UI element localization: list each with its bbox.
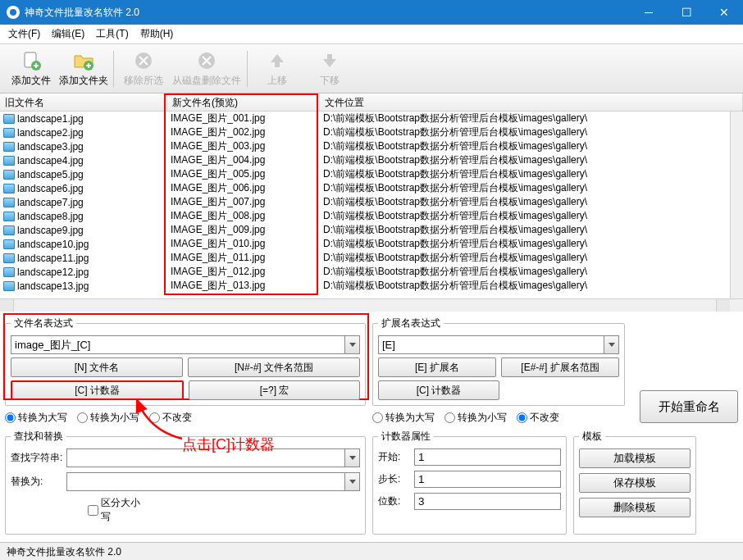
- add-folder-button[interactable]: 添加文件夹: [57, 46, 110, 92]
- menu-edit[interactable]: 编辑(E): [47, 25, 89, 43]
- ext-expr-legend: 扩展名表达式: [378, 316, 444, 330]
- remove-selected-button[interactable]: 移除所选: [117, 46, 170, 92]
- menu-tool[interactable]: 工具(T): [91, 25, 133, 43]
- search-input[interactable]: [66, 448, 345, 467]
- table-row[interactable]: landscape4.jpgIMAGE_图片_004.jpgD:\前端模板\Bo…: [0, 153, 743, 167]
- svg-point-0: [10, 9, 16, 16]
- counter-props-group: 计数器属性 开始: 步长: 位数:: [372, 430, 567, 535]
- ext-expr-group: 扩展名表达式 [E] 扩展名 [E#-#] 扩展名范围 [C] 计数器: [372, 316, 625, 406]
- table-row[interactable]: landscape9.jpgIMAGE_图片_009.jpgD:\前端模板\Bo…: [0, 223, 743, 237]
- btn-n-filename[interactable]: [N] 文件名: [11, 357, 183, 377]
- ext-expr-input[interactable]: [378, 335, 604, 354]
- table-row[interactable]: landscape3.jpgIMAGE_图片_003.jpgD:\前端模板\Bo…: [0, 139, 743, 153]
- filename-expr-combo[interactable]: [11, 335, 360, 354]
- menu-help[interactable]: 帮助(H): [135, 25, 179, 43]
- counter-step-input[interactable]: [414, 471, 561, 488]
- minimize-button[interactable]: ─: [630, 0, 668, 25]
- app-icon: [7, 6, 20, 19]
- table-row[interactable]: landscape11.jpgIMAGE_图片_011.jpgD:\前端模板\B…: [0, 251, 743, 265]
- find-replace-group: 查找和替换 查找字符串: 替换为: 区分大小写: [5, 430, 366, 535]
- btn-c-counter-ext[interactable]: [C] 计数器: [378, 380, 499, 400]
- close-button[interactable]: ✕: [705, 0, 743, 25]
- menu-file[interactable]: 文件(F): [3, 25, 45, 43]
- search-combo[interactable]: [66, 448, 360, 467]
- btn-c-counter[interactable]: [C] 计数器: [11, 380, 184, 400]
- image-file-icon: [3, 156, 15, 166]
- case-radio-group-right: 转换为大写 转换为小写 不改变: [372, 411, 625, 425]
- delete-icon: [195, 49, 218, 72]
- table-row[interactable]: landscape6.jpgIMAGE_图片_006.jpgD:\前端模板\Bo…: [0, 181, 743, 195]
- radio-upper-left[interactable]: 转换为大写: [5, 411, 67, 425]
- table-row[interactable]: landscape13.jpgIMAGE_图片_013.jpgD:\前端模板\B…: [0, 279, 743, 293]
- radio-lower-right[interactable]: 转换为小写: [444, 411, 507, 425]
- replace-input[interactable]: [66, 472, 345, 491]
- table-row[interactable]: landscape1.jpgIMAGE_图片_001.jpgD:\前端模板\Bo…: [0, 112, 743, 125]
- btn-n-range[interactable]: [N#-#] 文件名范围: [188, 357, 360, 377]
- dropdown-icon[interactable]: [345, 335, 360, 354]
- image-file-icon: [3, 267, 15, 277]
- templates-group: 模板 加载模板 保存模板 删除模板: [573, 430, 696, 535]
- image-file-icon: [3, 198, 15, 207]
- col-new-name[interactable]: 新文件名(预览): [167, 93, 320, 111]
- image-file-icon: [3, 212, 15, 221]
- image-file-icon: [3, 281, 15, 291]
- counter-digits-input[interactable]: [414, 493, 561, 510]
- replace-combo[interactable]: [66, 472, 360, 491]
- filename-expr-input[interactable]: [11, 335, 345, 354]
- horizontal-scrollbar[interactable]: [0, 298, 743, 312]
- col-old-name[interactable]: 旧文件名: [0, 93, 167, 111]
- add-file-button[interactable]: 添加文件: [5, 46, 57, 92]
- table-row[interactable]: landscape8.jpgIMAGE_图片_008.jpgD:\前端模板\Bo…: [0, 209, 743, 223]
- delete-from-disk-button[interactable]: 从磁盘删除文件: [170, 46, 244, 92]
- add-file-icon: [20, 49, 43, 72]
- grid-header: 旧文件名 新文件名(预览) 文件位置: [0, 93, 743, 112]
- move-down-button[interactable]: 下移: [303, 46, 356, 92]
- case-radio-group-left: 转换为大写 转换为小写 不改变: [5, 411, 366, 425]
- table-row[interactable]: landscape5.jpgIMAGE_图片_005.jpgD:\前端模板\Bo…: [0, 167, 743, 181]
- up-icon: [266, 49, 289, 72]
- table-row[interactable]: landscape7.jpgIMAGE_图片_007.jpgD:\前端模板\Bo…: [0, 195, 743, 209]
- table-row[interactable]: landscape2.jpgIMAGE_图片_002.jpgD:\前端模板\Bo…: [0, 125, 743, 139]
- file-grid: 旧文件名 新文件名(预览) 文件位置 landscape1.jpgIMAGE_图…: [0, 93, 743, 312]
- radio-none-left[interactable]: 不改变: [149, 411, 192, 425]
- table-row[interactable]: landscape10.jpgIMAGE_图片_010.jpgD:\前端模板\B…: [0, 237, 743, 251]
- radio-upper-right[interactable]: 转换为大写: [372, 411, 435, 425]
- grid-body[interactable]: landscape1.jpgIMAGE_图片_001.jpgD:\前端模板\Bo…: [0, 112, 743, 298]
- move-up-button[interactable]: 上移: [251, 46, 303, 92]
- image-file-icon: [3, 253, 15, 263]
- ext-expr-combo[interactable]: [378, 335, 619, 354]
- image-file-icon: [3, 142, 15, 152]
- image-file-icon: [3, 114, 15, 124]
- table-row[interactable]: landscape12.jpgIMAGE_图片_012.jpgD:\前端模板\B…: [0, 265, 743, 279]
- col-location[interactable]: 文件位置: [320, 93, 743, 111]
- titlebar: 神奇文件批量改名软件 2.0 ─ ☐ ✕: [0, 0, 743, 25]
- dropdown-icon[interactable]: [604, 335, 619, 354]
- menubar: 文件(F) 编辑(E) 工具(T) 帮助(H): [0, 25, 743, 44]
- load-template-button[interactable]: 加载模板: [579, 448, 691, 468]
- counter-start-input[interactable]: [414, 448, 561, 466]
- dropdown-icon[interactable]: [345, 448, 360, 467]
- maximize-button[interactable]: ☐: [668, 0, 705, 25]
- radio-none-right[interactable]: 不改变: [517, 411, 559, 425]
- filename-expr-legend: 文件名表达式: [11, 316, 76, 330]
- window-title: 神奇文件批量改名软件 2.0: [25, 6, 630, 20]
- image-file-icon: [3, 225, 15, 235]
- add-folder-icon: [72, 49, 95, 72]
- btn-e-range[interactable]: [E#-#] 扩展名范围: [501, 357, 619, 377]
- down-icon: [318, 49, 341, 72]
- search-label: 查找字符串:: [11, 451, 63, 465]
- btn-e-ext[interactable]: [E] 扩展名: [378, 357, 496, 377]
- start-rename-button[interactable]: 开始重命名: [640, 390, 738, 423]
- delete-template-button[interactable]: 删除模板: [579, 498, 691, 517]
- radio-lower-left[interactable]: 转换为小写: [77, 411, 139, 425]
- vertical-scrollbar[interactable]: [730, 112, 743, 298]
- remove-icon: [132, 49, 155, 72]
- image-file-icon: [3, 170, 15, 180]
- btn-macro[interactable]: [=?] 宏: [189, 380, 360, 400]
- image-file-icon: [3, 239, 15, 249]
- case-sensitive-checkbox[interactable]: 区分大小写: [88, 496, 140, 524]
- image-file-icon: [3, 128, 15, 138]
- save-template-button[interactable]: 保存模板: [579, 473, 691, 493]
- dropdown-icon[interactable]: [345, 472, 360, 491]
- statusbar: 神奇文件批量改名软件 2.0: [0, 542, 743, 560]
